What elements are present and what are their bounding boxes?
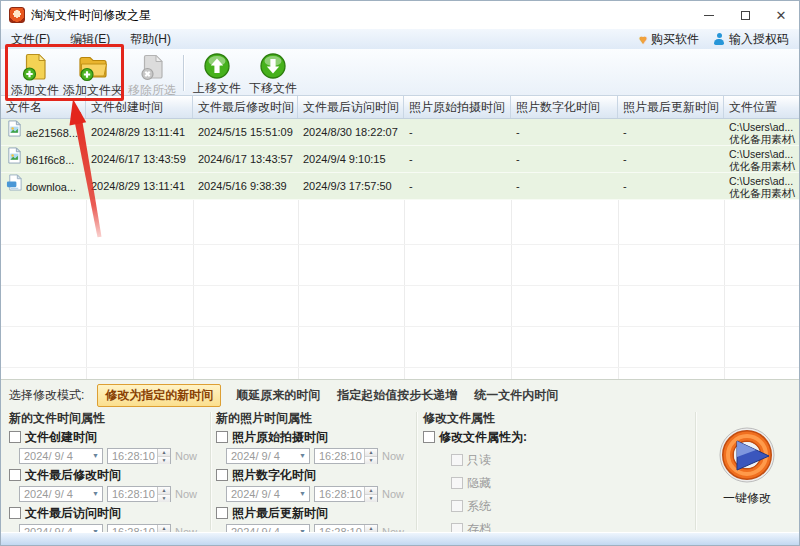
mode-tab-0[interactable]: 修改为指定的新时间 <box>97 384 221 407</box>
file_time-label-1: 文件最后修改时间 <box>25 467 121 484</box>
license-code-link[interactable]: 输入授权码 <box>713 31 789 48</box>
file_time-checkbox-0[interactable] <box>9 431 21 443</box>
mode-tab-2[interactable]: 指定起始值按步长递增 <box>335 385 459 406</box>
file_time-checkbox-row-1[interactable]: 文件最后修改时间 <box>9 467 205 483</box>
grid-column-line <box>724 200 725 379</box>
file_time-label-0: 文件创建时间 <box>25 429 97 446</box>
grid-row-line <box>1 326 800 327</box>
spinner-buttons[interactable]: ▲▼ <box>157 449 170 463</box>
attribute-checkbox-1 <box>451 477 463 489</box>
attribute-option-0: 只读 <box>451 452 653 468</box>
menu-item-1[interactable]: 编辑(E) <box>60 29 120 49</box>
column-header-4[interactable]: 照片原始拍摄时间 <box>404 96 511 118</box>
photo_time-time-spinner-1[interactable]: 16:28:10▲▼ <box>314 486 378 502</box>
buy-software-link[interactable]: ♥ 购买软件 <box>639 31 699 48</box>
close-button[interactable]: ✕ <box>763 1 799 29</box>
spinner-buttons[interactable]: ▲▼ <box>364 487 377 501</box>
photo_time-checkbox-row-2[interactable]: 照片最后更新时间 <box>216 505 412 521</box>
spinner-up-icon: ▲ <box>365 449 377 456</box>
app-window: 淘淘文件时间修改之星 ✕ 文件(F)编辑(E)帮助(H) ♥ 购买软件 输入授权… <box>0 0 800 546</box>
add-file-icon <box>20 52 50 82</box>
toolbar-button-add-folder[interactable]: 添加文件夹 <box>60 52 126 94</box>
minimize-button[interactable] <box>691 1 727 29</box>
spinner-buttons[interactable]: ▲▼ <box>157 487 170 501</box>
photo_time-checkbox-2[interactable] <box>216 507 228 519</box>
menu-bar: 文件(F)编辑(E)帮助(H) ♥ 购买软件 输入授权码 <box>1 29 799 49</box>
column-header-7[interactable]: 文件位置 <box>724 96 800 118</box>
maximize-button[interactable] <box>727 1 763 29</box>
file_time-time-spinner-0[interactable]: 16:28:10▲▼ <box>107 448 171 464</box>
time-cell: - <box>618 173 724 200</box>
time-value: 16:28:10 <box>108 487 157 501</box>
spinner-buttons[interactable]: ▲▼ <box>364 449 377 463</box>
toolbar-button-move-down[interactable]: 下移文件 <box>246 52 300 94</box>
table-row-0[interactable]: ae21568...2024/8/29 13:11:412024/5/15 15… <box>1 119 800 146</box>
photo_time-checkbox-row-1[interactable]: 照片数字化时间 <box>216 467 412 483</box>
file_time-checkbox-2[interactable] <box>9 507 21 519</box>
table-row-1[interactable]: b61f6c8...2024/6/17 13:43:592024/6/17 13… <box>1 146 800 173</box>
jpg-file-icon <box>6 174 23 200</box>
mode-label: 选择修改模式: <box>9 387 84 404</box>
photo_time-checkbox-0[interactable] <box>216 431 228 443</box>
file_time-checkbox-row-0[interactable]: 文件创建时间 <box>9 429 205 445</box>
buy-software-label: 购买软件 <box>651 31 699 48</box>
spinner-down-icon: ▼ <box>365 456 377 464</box>
file-name-cell: b61f6c8... <box>1 146 86 173</box>
photo_time-time-spinner-0[interactable]: 16:28:10▲▼ <box>314 448 378 464</box>
modify-attributes-checkbox[interactable] <box>423 431 435 443</box>
file-location-cell: C:\Users\ad...优化备用素材\ <box>724 173 800 200</box>
photo_time-date-picker-0[interactable]: 2024/ 9/ 4▼ <box>226 448 310 464</box>
column-header-1[interactable]: 文件创建时间 <box>86 96 193 118</box>
photo_time-checkbox-1[interactable] <box>216 469 228 481</box>
column-header-6[interactable]: 照片最后更新时间 <box>618 96 724 118</box>
file-location-line2: 优化备用素材\ <box>729 133 800 145</box>
title-bar: 淘淘文件时间修改之星 ✕ <box>1 1 799 29</box>
one-click-modify-area: 一键修改 <box>699 426 795 507</box>
panel-file-time-items: 文件创建时间2024/ 9/ 4▼16:28:10▲▼Now文件最后修改时间20… <box>9 429 205 540</box>
time-cell: 2024/8/29 13:11:41 <box>86 173 193 200</box>
chevron-down-icon: ▼ <box>92 490 102 497</box>
column-header-2[interactable]: 文件最后修改时间 <box>193 96 298 118</box>
file_time-date-picker-1[interactable]: 2024/ 9/ 4▼ <box>19 486 103 502</box>
table-row-2[interactable]: downloa...2024/8/29 13:11:412024/5/16 9:… <box>1 173 800 200</box>
one-click-modify-button[interactable] <box>718 426 776 484</box>
photo_time-checkbox-row-0[interactable]: 照片原始拍摄时间 <box>216 429 412 445</box>
grid-column-line <box>86 200 87 379</box>
date-value: 2024/ 9/ 4 <box>231 488 280 500</box>
file_time-time-spinner-1[interactable]: 16:28:10▲▼ <box>107 486 171 502</box>
menu-item-2[interactable]: 帮助(H) <box>120 29 181 49</box>
toolbar-button-move-up[interactable]: 上移文件 <box>191 52 243 94</box>
photo_time-date-picker-1[interactable]: 2024/ 9/ 4▼ <box>226 486 310 502</box>
file_time-date-picker-0[interactable]: 2024/ 9/ 4▼ <box>19 448 103 464</box>
grid-column-line <box>193 200 194 379</box>
file_time-checkbox-1[interactable] <box>9 469 21 481</box>
column-header-3[interactable]: 文件最后访问时间 <box>298 96 404 118</box>
column-header-0[interactable]: 文件名 <box>1 96 86 118</box>
file-name-cell: downloa... <box>1 173 86 200</box>
time-cell: - <box>404 119 511 146</box>
menu-item-0[interactable]: 文件(F) <box>1 29 60 49</box>
toolbar-button-add-file[interactable]: 添加文件 <box>7 52 63 94</box>
app-icon <box>9 7 25 23</box>
time-cell: - <box>511 146 618 173</box>
panel-file-time: 新的文件时间属性 文件创建时间2024/ 9/ 4▼16:28:10▲▼Now文… <box>9 410 205 543</box>
file-table-header: 文件名文件创建时间文件最后修改时间文件最后访问时间照片原始拍摄时间照片数字化时间… <box>1 96 800 119</box>
file_time-checkbox-row-2[interactable]: 文件最后访问时间 <box>9 505 205 521</box>
file_time-label-2: 文件最后访问时间 <box>25 505 121 522</box>
modify-attributes-checkbox-row[interactable]: 修改文件属性为: <box>423 429 653 445</box>
attribute-option-label: 隐藏 <box>467 475 491 492</box>
date-value: 2024/ 9/ 4 <box>231 450 280 462</box>
modify-attributes-label: 修改文件属性为: <box>439 429 527 446</box>
mode-tab-3[interactable]: 统一文件内时间 <box>472 385 560 406</box>
file-name-text: ae21568... <box>26 121 78 146</box>
file-location-cell: C:\Users\ad...优化备用素材\ <box>724 119 800 146</box>
column-header-5[interactable]: 照片数字化时间 <box>511 96 618 118</box>
date-value: 2024/ 9/ 4 <box>24 488 73 500</box>
spinner-up-icon: ▲ <box>158 525 170 532</box>
photo_time-label-1: 照片数字化时间 <box>232 467 316 484</box>
attribute-checkbox-2 <box>451 500 463 512</box>
file-name-text: downloa... <box>26 175 76 200</box>
panel-file-attributes: 修改文件属性 修改文件属性为: 只读隐藏系统存档 <box>423 410 653 537</box>
attribute-option-label: 只读 <box>467 452 491 469</box>
mode-tab-1[interactable]: 顺延原来的时间 <box>234 385 322 406</box>
